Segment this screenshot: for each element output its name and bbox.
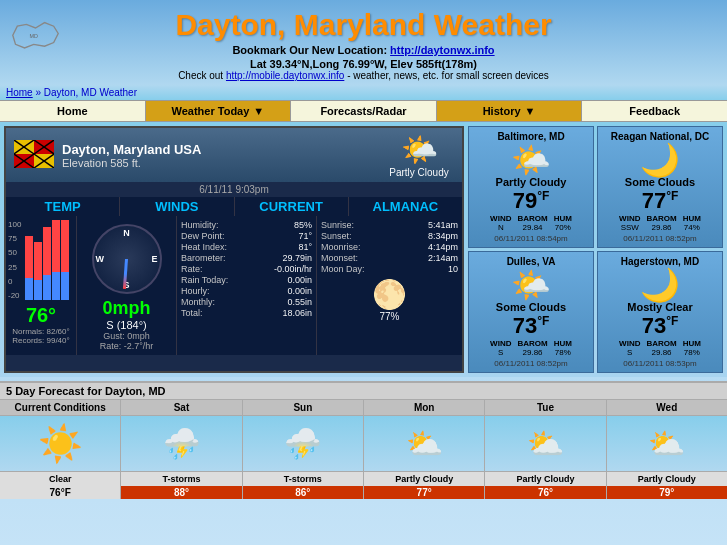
weather-column-labels: TEMP WINDS CURRENT ALMANAC bbox=[6, 197, 462, 216]
forecast-icon-0: ☀️ bbox=[0, 416, 120, 471]
weather-elevation: Elevation 585 ft. bbox=[62, 157, 384, 169]
nav-forecasts[interactable]: Forecasts/Radar bbox=[291, 101, 437, 121]
sunset-row: Sunset: 8:34pm bbox=[321, 231, 458, 241]
moonset-row: Moonset: 2:14am bbox=[321, 253, 458, 263]
temp-normals: Normals: 82/60° bbox=[8, 327, 74, 336]
compass: N S E W bbox=[92, 224, 162, 294]
forecast-col-current: Current Conditions ☀️ Clear 76°F bbox=[0, 400, 121, 499]
forecast-high-2: 86° bbox=[243, 486, 363, 499]
wind-speed: 0mph bbox=[102, 298, 150, 319]
baro-rate-row: Rate: -0.00in/hr bbox=[181, 264, 312, 274]
forecast-high-1: 88° bbox=[121, 486, 241, 499]
forecast-condition-2: T-storms bbox=[243, 471, 363, 486]
temp-bars bbox=[25, 220, 69, 300]
card-stats-2: WINDS BAROM29.86 HUM78% bbox=[490, 339, 572, 357]
maryland-logo: MD bbox=[8, 8, 63, 63]
weather-card-dulles: Dulles, VA 🌤️ Some Clouds 73°F WINDS BAR… bbox=[468, 251, 594, 373]
navbar: Home Weather Today ▼ Forecasts/Radar His… bbox=[0, 100, 727, 122]
rain-today-row: Rain Today: 0.00in bbox=[181, 275, 312, 285]
moon-pct: 77% bbox=[321, 311, 458, 322]
weather-card-baltimore: Baltimore, MD 🌤️ Partly Cloudy 79°F WIND… bbox=[468, 126, 594, 248]
forecast-icon-1: ⛈️ bbox=[121, 416, 241, 471]
forecast-section: 5 Day Forecast for Dayton, MD Current Co… bbox=[0, 381, 727, 499]
mobile-line: Check out http://mobile.daytonwx.info - … bbox=[0, 70, 727, 81]
condition-icon: 🌤️ bbox=[384, 132, 454, 167]
dropdown-arrow-history: ▼ bbox=[525, 105, 536, 117]
moon-icon: 🌕 bbox=[321, 278, 458, 311]
forecast-condition-1: T-storms bbox=[121, 471, 241, 486]
forecast-table: Current Conditions ☀️ Clear 76°F Sat ⛈️ … bbox=[0, 400, 727, 499]
breadcrumb-home[interactable]: Home bbox=[6, 87, 33, 98]
card-location-3: Hagerstown, MD bbox=[621, 256, 699, 267]
rain-hourly-row: Hourly: 0.00in bbox=[181, 286, 312, 296]
almanac-column: Sunrise: 5:41am Sunset: 8:34pm Moonrise:… bbox=[316, 216, 462, 355]
bookmark-link[interactable]: http://daytonwx.info bbox=[390, 44, 494, 56]
forecast-col-mon: Mon ⛅ Partly Cloudy 77° bbox=[364, 400, 485, 499]
card-condition-1: Some Clouds bbox=[625, 176, 695, 188]
card-location-1: Reagan National, DC bbox=[611, 131, 709, 142]
forecast-condition-5: Partly Cloudy bbox=[607, 471, 727, 486]
moon-display: 🌕 77% bbox=[321, 278, 458, 322]
forecast-high-5: 79° bbox=[607, 486, 727, 499]
card-stats-1: WINDSSW BAROM29.86 HUM74% bbox=[619, 214, 701, 232]
card-stats-0: WINDN BAROM29.84 HUM70% bbox=[490, 214, 572, 232]
weather-city: Dayton, Maryland USA bbox=[62, 142, 384, 157]
winds-column: N S E W 0mph S (184°) Gust: 0mph Rate: -… bbox=[76, 216, 176, 355]
moonday-row: Moon Day: 10 bbox=[321, 264, 458, 274]
forecast-day-4: Tue bbox=[485, 400, 605, 416]
forecast-col-sat: Sat ⛈️ T-storms 88° bbox=[121, 400, 242, 499]
forecast-temp-0: 76°F bbox=[0, 486, 120, 499]
barometer-row: Barometer: 29.79in bbox=[181, 253, 312, 263]
card-icon-1: 🌙 bbox=[640, 144, 680, 176]
forecast-day-2: Sun bbox=[243, 400, 363, 416]
forecast-title: 5 Day Forecast for Dayton, MD bbox=[0, 383, 727, 400]
card-icon-0: 🌤️ bbox=[511, 144, 551, 176]
card-location-2: Dulles, VA bbox=[507, 256, 556, 267]
card-datetime-0: 06/11/2011 08:54pm bbox=[494, 234, 567, 243]
forecast-high-4: 76° bbox=[485, 486, 605, 499]
card-icon-2: 🌤️ bbox=[511, 269, 551, 301]
current-column: Humidity: 85% Dew Point: 71° Heat Index:… bbox=[176, 216, 316, 355]
nav-history[interactable]: History ▼ bbox=[437, 101, 583, 121]
nav-weather-today[interactable]: Weather Today ▼ bbox=[146, 101, 292, 121]
bookmark-line: Bookmark Our New Location: http://dayton… bbox=[0, 44, 727, 56]
weather-card-reagan: Reagan National, DC 🌙 Some Clouds 77°F W… bbox=[597, 126, 723, 248]
card-temp-0: 79°F bbox=[513, 188, 550, 214]
card-temp-1: 77°F bbox=[642, 188, 679, 214]
wind-direction: S (184°) bbox=[106, 319, 146, 331]
temp-column: 100 75 50 25 0 -20 bbox=[6, 216, 76, 355]
forecast-high-3: 77° bbox=[364, 486, 484, 499]
card-condition-0: Partly Cloudy bbox=[496, 176, 567, 188]
weather-card-hagerstown: Hagerstown, MD 🌙 Mostly Clear 73°F WINDS… bbox=[597, 251, 723, 373]
forecast-day-5: Wed bbox=[607, 400, 727, 416]
rain-monthly-row: Monthly: 0.55in bbox=[181, 297, 312, 307]
dropdown-arrow-weather: ▼ bbox=[253, 105, 264, 117]
breadcrumb: Home » Dayton, MD Weather bbox=[0, 85, 727, 100]
forecast-day-0: Current Conditions bbox=[0, 400, 120, 416]
heatindex-row: Heat Index: 81° bbox=[181, 242, 312, 252]
page-title: Dayton, Maryland Weather bbox=[0, 8, 727, 42]
sunrise-row: Sunrise: 5:41am bbox=[321, 220, 458, 230]
card-stats-3: WINDS BAROM29.86 HUM78% bbox=[619, 339, 701, 357]
forecast-day-1: Sat bbox=[121, 400, 241, 416]
card-datetime-2: 06/11/2011 08:52pm bbox=[494, 359, 567, 368]
rain-total-row: Total: 18.06in bbox=[181, 308, 312, 318]
svg-text:MD: MD bbox=[29, 33, 38, 39]
wind-gust: Gust: 0mph bbox=[103, 331, 150, 341]
nav-feedback[interactable]: Feedback bbox=[582, 101, 727, 121]
weather-datetime: 6/11/11 9:03pm bbox=[6, 182, 462, 197]
card-condition-3: Mostly Clear bbox=[627, 301, 692, 313]
breadcrumb-current: Dayton, MD Weather bbox=[44, 87, 137, 98]
nav-home[interactable]: Home bbox=[0, 101, 146, 121]
dewpoint-row: Dew Point: 71° bbox=[181, 231, 312, 241]
humidity-row: Humidity: 85% bbox=[181, 220, 312, 230]
weather-cards-grid: Baltimore, MD 🌤️ Partly Cloudy 79°F WIND… bbox=[468, 126, 723, 373]
card-datetime-3: 06/11/2011 08:53pm bbox=[623, 359, 696, 368]
mobile-link[interactable]: http://mobile.daytonwx.info bbox=[226, 70, 344, 81]
maryland-flag bbox=[14, 140, 54, 170]
forecast-icon-5: ⛅ bbox=[607, 416, 727, 471]
forecast-icon-3: ⛅ bbox=[364, 416, 484, 471]
forecast-condition-0: Clear bbox=[0, 471, 120, 486]
forecast-day-3: Mon bbox=[364, 400, 484, 416]
condition-text: Partly Cloudy bbox=[384, 167, 454, 178]
